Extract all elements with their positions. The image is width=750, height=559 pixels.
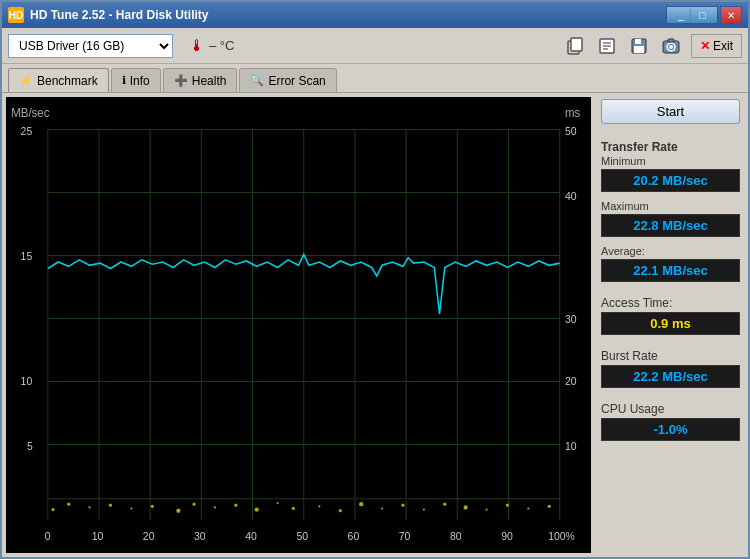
cpu-usage-section: CPU Usage -1.0% bbox=[601, 402, 740, 441]
svg-text:20: 20 bbox=[143, 530, 155, 542]
svg-point-71 bbox=[401, 504, 404, 507]
exit-button[interactable]: ✕ Exit bbox=[691, 34, 742, 58]
svg-point-58 bbox=[130, 507, 132, 509]
benchmark-chart: MB/sec 25 15 10 5 ms 50 40 30 20 10 0 10… bbox=[6, 97, 591, 553]
temperature-value: – °C bbox=[209, 38, 234, 53]
maximize-button[interactable]: □ bbox=[693, 9, 712, 21]
burst-rate-value: 22.2 MB/sec bbox=[601, 365, 740, 388]
svg-point-75 bbox=[485, 508, 487, 510]
svg-text:100%: 100% bbox=[548, 530, 575, 542]
main-content: MB/sec 25 15 10 5 ms 50 40 30 20 10 0 10… bbox=[2, 92, 748, 557]
save-icon[interactable] bbox=[625, 33, 653, 59]
svg-point-64 bbox=[255, 507, 259, 511]
properties-icon[interactable] bbox=[593, 33, 621, 59]
svg-text:30: 30 bbox=[194, 530, 206, 542]
svg-text:25: 25 bbox=[21, 125, 33, 137]
svg-text:0: 0 bbox=[45, 530, 51, 542]
minimum-label: Minimum bbox=[601, 155, 740, 167]
maximum-section: Maximum 22.8 MB/sec bbox=[601, 200, 740, 237]
svg-point-68 bbox=[339, 509, 342, 512]
svg-point-72 bbox=[423, 508, 425, 510]
thermometer-icon: 🌡 bbox=[189, 37, 205, 55]
svg-point-67 bbox=[318, 505, 320, 507]
svg-point-73 bbox=[443, 503, 446, 506]
info-tab-label: Info bbox=[130, 74, 150, 88]
svg-point-11 bbox=[669, 45, 673, 49]
window-title: HD Tune 2.52 - Hard Disk Utility bbox=[30, 8, 208, 22]
app-icon: HD bbox=[8, 7, 24, 23]
svg-point-70 bbox=[381, 507, 383, 509]
cpu-usage-value: -1.0% bbox=[601, 418, 740, 441]
svg-text:10: 10 bbox=[21, 375, 33, 387]
right-panel: Start Transfer Rate Minimum 20.2 MB/sec … bbox=[593, 93, 748, 557]
svg-point-74 bbox=[464, 505, 468, 509]
average-section: Average: 22.1 MB/sec bbox=[601, 245, 740, 282]
svg-point-69 bbox=[359, 502, 363, 506]
minimize-button[interactable]: _ bbox=[672, 9, 691, 21]
svg-rect-1 bbox=[571, 38, 582, 51]
tab-benchmark[interactable]: ⚡ Benchmark bbox=[8, 68, 109, 92]
average-value: 22.1 MB/sec bbox=[601, 259, 740, 282]
svg-text:50: 50 bbox=[565, 125, 577, 137]
svg-text:5: 5 bbox=[27, 440, 33, 452]
svg-text:60: 60 bbox=[348, 530, 360, 542]
title-controls: _ □ ✕ bbox=[666, 6, 742, 24]
tab-info[interactable]: ℹ Info bbox=[111, 68, 161, 92]
toolbar: USB Driver (16 GB) 🌡 – °C ✕ Exit bbox=[2, 28, 748, 64]
maximum-label: Maximum bbox=[601, 200, 740, 212]
svg-point-65 bbox=[277, 502, 279, 504]
svg-point-59 bbox=[151, 505, 154, 508]
start-button[interactable]: Start bbox=[601, 99, 740, 124]
svg-text:50: 50 bbox=[296, 530, 308, 542]
maximum-value: 22.8 MB/sec bbox=[601, 214, 740, 237]
svg-text:10: 10 bbox=[565, 440, 577, 452]
copy-icon[interactable] bbox=[561, 33, 589, 59]
health-tab-icon: ➕ bbox=[174, 74, 188, 87]
tab-bar: ⚡ Benchmark ℹ Info ➕ Health 🔍 Error Scan bbox=[2, 64, 748, 92]
benchmark-tab-label: Benchmark bbox=[37, 74, 98, 88]
exit-icon: ✕ bbox=[700, 39, 710, 53]
svg-text:90: 90 bbox=[501, 530, 513, 542]
svg-point-77 bbox=[527, 507, 529, 509]
camera-icon[interactable] bbox=[657, 33, 685, 59]
transfer-rate-label: Transfer Rate bbox=[601, 140, 740, 154]
svg-text:ms: ms bbox=[565, 105, 580, 118]
temperature-display: 🌡 – °C bbox=[189, 37, 234, 55]
svg-text:MB/sec: MB/sec bbox=[11, 105, 49, 118]
svg-point-63 bbox=[234, 504, 237, 507]
tab-error-scan[interactable]: 🔍 Error Scan bbox=[239, 68, 336, 92]
svg-rect-12 bbox=[668, 39, 674, 42]
transfer-rate-section: Transfer Rate Minimum 20.2 MB/sec bbox=[601, 136, 740, 192]
title-bar-left: HD HD Tune 2.52 - Hard Disk Utility bbox=[8, 7, 208, 23]
drive-select[interactable]: USB Driver (16 GB) bbox=[8, 34, 173, 58]
svg-text:40: 40 bbox=[565, 190, 577, 202]
svg-point-56 bbox=[89, 506, 91, 508]
svg-point-57 bbox=[109, 504, 112, 507]
svg-point-62 bbox=[214, 506, 216, 508]
toolbar-icons bbox=[561, 33, 685, 59]
svg-text:20: 20 bbox=[565, 375, 577, 387]
svg-point-55 bbox=[67, 503, 70, 506]
error-scan-tab-icon: 🔍 bbox=[250, 74, 264, 87]
average-label: Average: bbox=[601, 245, 740, 257]
svg-rect-13 bbox=[6, 97, 591, 553]
svg-rect-7 bbox=[635, 39, 641, 44]
access-time-label: Access Time: bbox=[601, 296, 740, 310]
svg-point-60 bbox=[176, 508, 180, 512]
svg-text:30: 30 bbox=[565, 313, 577, 325]
drive-select-wrapper: USB Driver (16 GB) bbox=[8, 34, 173, 58]
access-time-value: 0.9 ms bbox=[601, 312, 740, 335]
tab-health[interactable]: ➕ Health bbox=[163, 68, 238, 92]
close-button[interactable]: ✕ bbox=[720, 6, 742, 24]
access-time-section: Access Time: 0.9 ms bbox=[601, 296, 740, 335]
info-tab-icon: ℹ bbox=[122, 74, 126, 87]
benchmark-tab-icon: ⚡ bbox=[19, 74, 33, 87]
burst-rate-section: Burst Rate 22.2 MB/sec bbox=[601, 349, 740, 388]
svg-point-76 bbox=[506, 504, 509, 507]
health-tab-label: Health bbox=[192, 74, 227, 88]
svg-text:15: 15 bbox=[21, 250, 33, 262]
svg-point-78 bbox=[548, 505, 551, 508]
svg-text:70: 70 bbox=[399, 530, 411, 542]
svg-point-54 bbox=[51, 508, 54, 511]
svg-text:10: 10 bbox=[92, 530, 104, 542]
